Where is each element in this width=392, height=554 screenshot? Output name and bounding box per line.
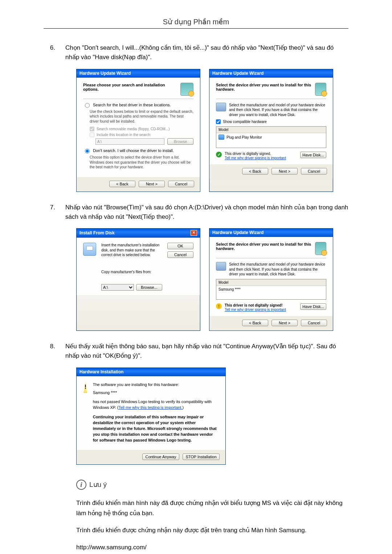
checkbox-input[interactable] [90,127,94,131]
dialog-heading: Select the device driver you want to ins… [216,83,315,91]
note-p2: Trình điều khiển được chứng nhận này đượ… [76,525,348,535]
step-7: 7. Nhấp vào nút "Browse(Tìm)" và sau đó … [44,203,348,222]
testing-important-link[interactable]: Tell me why this testing is important. [118,405,182,410]
warn-device-name: Samsung **** [93,390,218,396]
monitor-icon [219,135,224,140]
model-list[interactable]: Model Samsung **** [216,279,326,300]
checkbox-input[interactable] [90,132,94,137]
step7-screenshots: Install From Disk × Insert the manufactu… [76,228,392,331]
browse-button[interactable]: Browse... [136,284,162,291]
radio-input[interactable] [85,103,90,108]
step-text: Nhấp vào nút "Browse(Tìm)" và sau đó chọ… [65,203,348,222]
hardware-update-wizard-search-dialog: Hardware Update Wizard Please choose you… [76,69,200,192]
radio-label: Search for the best driver in these loca… [93,103,171,107]
path-input[interactable] [95,138,164,145]
signed-text: This driver is digitally signed. [225,152,286,156]
checkbox-input[interactable] [216,119,221,124]
checkbox-label: Search removable media (floppy, CD-ROM..… [97,127,170,131]
warn-bold-text: Continuing your installation of this sof… [93,414,218,443]
install-from-disk-dialog: Install From Disk × Insert the manufactu… [76,228,200,331]
titlebar: Hardware Update Wizard [77,69,200,78]
titlebar: Hardware Update Wizard [209,69,333,78]
titlebar: Hardware Installation [77,368,225,376]
next-button[interactable]: Next > [139,181,165,187]
signed-ok-icon: ✓ [216,152,222,157]
list-header: Model [216,279,326,286]
checkbox-label: Include this location in the search: [97,133,151,137]
dialog-info-text: Select the manufacturer and model of you… [229,103,326,118]
note-block: i Lưu ý Trình điều khiển màn hình này đã… [76,479,348,552]
titlebar: Install From Disk × [77,229,200,238]
hardware-update-wizard-select-dialog: Hardware Update Wizard Select the device… [209,69,333,192]
wizard-icon [315,83,326,96]
hardware-update-wizard-select-dialog-2: Hardware Update Wizard Select the device… [209,228,333,331]
checkbox-label: Show compatible hardware [223,120,267,124]
step-text: Chọn "Don't search, I will...(Không cần … [65,43,348,62]
cancel-button[interactable]: Cancel [301,320,327,326]
radio-input[interactable] [85,149,90,153]
list-item-label: Plug and Play Monitor [226,135,262,139]
step-text: Nếu thấy xuất hiện thông báo sau, bạn hã… [65,342,348,361]
tell-me-link[interactable]: Tell me why driver signing is important [225,156,286,160]
have-disk-button[interactable]: Have Disk... [300,152,326,158]
wizard-icon [180,83,193,96]
back-button[interactable]: < Back [109,181,135,187]
checkbox-include-location[interactable]: Include this location in the search: [90,132,193,137]
dialog-title: Hardware Installation [79,369,123,374]
disk-icon [216,103,226,111]
warn-l3b: ) [183,405,184,410]
dialog-title: Hardware Update Wizard [212,71,264,76]
dialog-title: Hardware Update Wizard [79,71,131,76]
cancel-button[interactable]: Cancel [301,168,327,175]
radio-search-locations[interactable]: Search for the best driver in these loca… [83,103,193,108]
warning-triangle-icon [84,382,87,393]
unsigned-text: This driver is not digitally signed! [225,303,286,307]
ok-button[interactable]: OK [167,243,193,249]
list-item[interactable]: Plug and Play Monitor [216,133,326,141]
copy-from-label: Copy manufacturer's files from: [101,270,162,274]
stop-installation-button[interactable]: STOP Installation [183,454,220,460]
radio-dont-search[interactable]: Don't search. I will choose the driver t… [83,148,193,153]
step-number: 7. [44,203,55,222]
tell-me-link[interactable]: Tell me why driver signing is important [225,308,286,312]
note-p1: Trình điều khiển màn hình này đã được ch… [76,498,348,518]
checkbox-removable-media[interactable]: Search removable media (floppy, CD-ROM..… [90,127,193,131]
back-button[interactable]: < Back [242,168,268,175]
step-8: 8. Nếu thấy xuất hiện thông báo sau, bạn… [44,342,348,361]
have-disk-button[interactable]: Have Disk... [300,303,326,310]
cancel-button[interactable]: Cancel [167,251,193,258]
note-icon: i [76,480,86,490]
step-number: 6. [44,43,55,62]
radio-sublabel: Choose this option to select the device … [90,155,193,170]
radio-label: Don't search. I will choose the driver t… [93,148,174,153]
page-title: Sử dụng Phần mềm [0,17,392,26]
next-button[interactable]: Next > [271,320,298,326]
step8-screenshot: Hardware Installation The software you a… [76,368,392,465]
close-icon[interactable]: × [191,230,197,236]
dialog-heading: Please choose your search and installati… [83,83,180,91]
note-url: http://www.samsung.com/ [76,542,348,552]
warn-line1: The software you are installing for this… [93,382,218,388]
dialog-title: Hardware Update Wizard [212,230,264,235]
cancel-button[interactable]: Cancel [168,181,194,187]
step-6: 6. Chọn "Don't search, I will...(Không c… [44,43,348,62]
list-item-label: Samsung **** [219,287,241,291]
next-button[interactable]: Next > [271,168,298,175]
floppy-icon [83,243,96,256]
path-select[interactable]: A:\ [101,284,134,291]
wizard-icon [315,242,326,255]
header-divider [44,28,348,29]
titlebar: Hardware Update Wizard [209,229,333,237]
radio-sublabel: Use the check boxes below to limit or ex… [90,109,193,124]
ifd-message: Insert the manufacturer's installation d… [101,243,162,258]
model-list[interactable]: Model Plug and Play Monitor [216,126,326,148]
list-item[interactable]: Samsung **** [216,286,326,293]
step-number: 8. [44,342,55,361]
back-button[interactable]: < Back [242,320,268,326]
checkbox-show-compatible[interactable]: Show compatible hardware [216,119,326,124]
dialog-heading: Select the device driver you want to ins… [216,242,315,251]
warning-icon: ! [216,303,222,309]
continue-anyway-button[interactable]: Continue Anyway [142,454,179,460]
list-header: Model [216,127,326,133]
browse-button[interactable]: Browse [167,138,193,145]
